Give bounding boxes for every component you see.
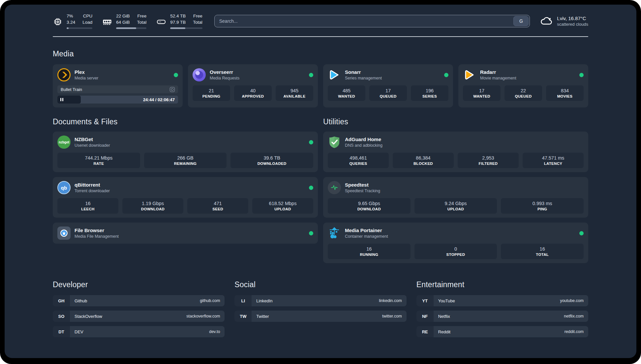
section-entertainment: Entertainment YT YouTube youtube.com NF … — [416, 280, 588, 337]
weather-location: Lviv, 16.87°C — [557, 15, 588, 21]
app-name: Speedtest — [345, 182, 584, 188]
stat-tile: 471 SEED — [187, 198, 248, 214]
filebrowser-icon — [57, 227, 71, 240]
stat-tile: 16 RUNNING — [328, 244, 411, 259]
stat-tile: 1.19 Gbps DOWNLOAD — [122, 198, 183, 214]
app-card-nzbget[interactable]: nzbget NZBGet Usenet downloader 744.21 M… — [53, 132, 318, 172]
stat-tile: 0.993 ms PING — [501, 198, 584, 214]
app-card-sonarr[interactable]: Sonarr Series management 485 WANTED 17 Q… — [323, 64, 453, 107]
search-input[interactable] — [215, 18, 514, 24]
stat-tile: 196 SERIES — [411, 85, 448, 101]
stat-tile: 618.52 Mbps UPLOAD — [252, 198, 313, 214]
section-social: Social LI LinkedIn linkedin.com TW Twitt… — [234, 280, 406, 337]
playback-progress-bar[interactable]: 24:44 / 02:06:47 — [57, 96, 178, 104]
link-name: Reddit — [438, 329, 451, 334]
app-card-qbittorrent[interactable]: qb qBittorrent Torrent downloader 16 LEE… — [53, 177, 318, 218]
speedtest-pulse-icon — [328, 181, 341, 194]
link-name: Github — [75, 298, 87, 303]
stat-tile: 0 STOPPED — [414, 244, 497, 259]
stat-tile: 40 APPROVED — [234, 85, 272, 101]
stat-tile: 16 LEECH — [57, 198, 118, 214]
app-card-plex[interactable]: Plex Media server Bullet Train 24:44 / 0… — [53, 64, 183, 107]
now-playing-settings-icon[interactable] — [170, 87, 175, 92]
search-engine-button[interactable]: G — [513, 16, 529, 26]
link-stackoverflow[interactable]: SO StackOverflow stackoverflow.com — [53, 311, 225, 322]
app-description: Usenet downloader — [75, 143, 305, 148]
section-media: Media Plex Media server Bullet Train — [53, 49, 588, 107]
now-playing-title: Bullet Train — [61, 87, 82, 92]
radarr-icon — [463, 68, 476, 81]
link-reddit[interactable]: RE Reddit reddit.com — [416, 326, 588, 337]
stat-tile: 498,461 QUERIES — [328, 153, 389, 168]
overseerr-icon — [193, 68, 206, 81]
ram-progress-bar — [116, 27, 146, 29]
stat-tile: 2,953 FILTERED — [458, 153, 519, 168]
app-description: Media File Management — [75, 234, 305, 239]
stat-tile: 17 QUEUED — [369, 85, 407, 101]
stat-tile: 9.65 Gbps DOWNLOAD — [328, 198, 411, 214]
disk-total-value: 97.9 TB — [170, 19, 186, 26]
app-name: Radarr — [480, 69, 575, 75]
status-dot-online — [309, 73, 313, 77]
link-name: Netflix — [438, 314, 450, 319]
app-card-portainer[interactable]: Media Portainer Container management 16 … — [323, 223, 588, 263]
developer-section-title: Developer — [53, 280, 225, 289]
stat-tile: 17 WANTED — [463, 85, 501, 101]
link-youtube[interactable]: YT YouTube youtube.com — [416, 295, 588, 306]
status-dot-online — [579, 73, 584, 77]
app-name: Media Portainer — [345, 228, 575, 233]
link-url: github.com — [200, 298, 220, 303]
topbar: 7% 3.24 CPU Load — [53, 11, 588, 32]
link-prefix-badge: DT — [53, 326, 70, 337]
cpu-stat-group: 7% 3.24 CPU Load — [53, 13, 92, 29]
app-name: File Browser — [75, 228, 305, 233]
link-name: DEV — [75, 329, 83, 334]
link-name: YouTube — [438, 298, 455, 303]
status-dot-online — [309, 231, 313, 235]
link-prefix-badge: SO — [53, 311, 70, 322]
app-card-adguard[interactable]: AdGuard Home DNS and adblocking 498,461 … — [323, 132, 588, 172]
link-prefix-badge: TW — [234, 311, 252, 322]
stat-tile: 16 TOTAL — [501, 244, 584, 259]
app-name: Sonarr — [345, 69, 440, 75]
link-dev-to[interactable]: DT DEV dev.to — [53, 326, 225, 337]
stat-tile: 47.571 ms LATENCY — [523, 153, 584, 168]
link-prefix-badge: RE — [416, 326, 434, 337]
link-prefix-badge: NF — [416, 311, 434, 322]
link-url: linkedin.com — [379, 298, 402, 303]
app-description: Torrent downloader — [75, 189, 305, 193]
ram-stat-group: 22 GiB 64 GiB Free Total — [102, 13, 146, 29]
link-twitter[interactable]: TW Twitter twitter.com — [234, 311, 406, 322]
section-utilities: Utilities AdGuard Home — [323, 117, 588, 263]
app-description: Movie management — [480, 76, 575, 80]
app-card-speedtest[interactable]: Speedtest Speedtest Tracking 9.65 Gbps D… — [323, 177, 588, 218]
ram-free-label: Free — [137, 13, 147, 19]
pause-icon[interactable] — [60, 98, 63, 101]
nzbget-icon: nzbget — [57, 136, 71, 149]
entertainment-section-title: Entertainment — [416, 280, 588, 289]
app-card-radarr[interactable]: Radarr Movie management 17 WANTED 22 QUE… — [458, 64, 588, 107]
link-linkedin[interactable]: LI LinkedIn linkedin.com — [234, 295, 406, 306]
app-name: Plex — [75, 69, 170, 75]
app-card-filebrowser[interactable]: File Browser Media File Management — [53, 223, 318, 244]
media-section-title: Media — [53, 49, 588, 58]
stat-tile: 21 PENDING — [193, 85, 230, 101]
cpu-usage: 7% — [67, 13, 75, 19]
app-name: qBittorrent — [75, 182, 305, 188]
link-netflix[interactable]: NF Netflix netflix.com — [416, 311, 588, 322]
stat-tile: 945 AVAILABLE — [276, 85, 313, 101]
app-name: AdGuard Home — [345, 136, 584, 142]
link-github[interactable]: GH Github github.com — [53, 295, 225, 306]
status-dot-online — [579, 231, 584, 235]
link-url: netflix.com — [564, 314, 584, 318]
ram-total-value: 64 GiB — [116, 19, 130, 26]
playback-time: 24:44 / 02:06:47 — [143, 97, 175, 102]
weather-condition: scattered clouds — [557, 22, 588, 27]
adguard-shield-icon — [328, 136, 341, 149]
status-dot-online — [309, 140, 313, 144]
status-dot-online — [309, 186, 313, 190]
app-card-overseerr[interactable]: Overseerr Media Requests 21 PENDING 40 A… — [188, 64, 318, 107]
link-name: StackOverflow — [75, 314, 102, 319]
app-description: Media Requests — [210, 76, 305, 80]
search-bar: G — [214, 15, 530, 27]
